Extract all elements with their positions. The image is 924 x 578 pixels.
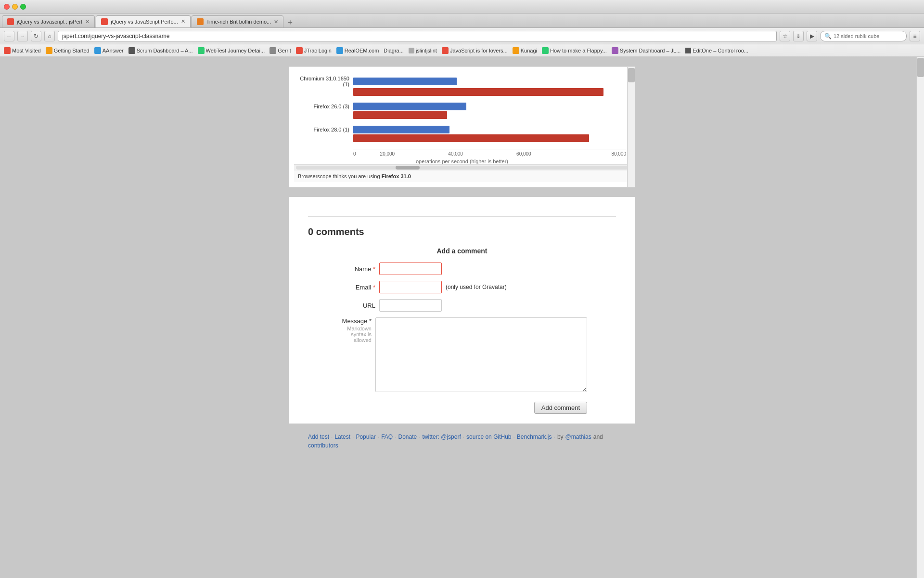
bookmark-icon-11 bbox=[513, 47, 519, 54]
nav-bar: ← → ↻ ⌂ jsperf.com/jquery-vs-javascript-… bbox=[0, 28, 924, 44]
footer-author-link[interactable]: @mathias bbox=[565, 434, 591, 440]
bookmark-icon-8 bbox=[336, 47, 343, 54]
home-button[interactable]: ⌂ bbox=[44, 31, 55, 41]
search-text: 12 sided rubik cube bbox=[834, 33, 879, 39]
email-required-mark: * bbox=[373, 284, 375, 291]
page-scrollbar-thumb[interactable] bbox=[917, 58, 924, 77]
chart-caption: operations per second (higher is better) bbox=[298, 158, 626, 164]
chart-section: Chromium 31.0.1650 (1) Firefox 26.0 (3) bbox=[289, 66, 635, 187]
url-input[interactable] bbox=[379, 299, 442, 312]
maximize-traffic-light[interactable] bbox=[20, 4, 26, 10]
page-scrollbar[interactable] bbox=[916, 57, 924, 578]
bookmark-most-visited[interactable]: Most Visited bbox=[4, 47, 41, 54]
chromium-blue-bar bbox=[353, 78, 457, 85]
bookmark-diagra[interactable]: Diagra... bbox=[384, 48, 404, 53]
browserscope-browser: Firefox 31.0 bbox=[382, 173, 411, 179]
browser-titlebar bbox=[0, 0, 924, 13]
traffic-lights bbox=[4, 4, 26, 10]
x-axis: 0 20,000 40,000 60,000 80,000 bbox=[353, 149, 626, 157]
name-label: Name * bbox=[337, 265, 375, 273]
tab-2-label: jQuery vs JavaScript Perfo... bbox=[111, 19, 178, 25]
email-input[interactable] bbox=[379, 281, 442, 293]
footer-github-link[interactable]: source on GitHub bbox=[466, 434, 511, 440]
profile-button[interactable]: ▶ bbox=[807, 31, 817, 41]
bookmark-editone[interactable]: EditOne – Control roo... bbox=[685, 48, 748, 53]
page-content: Chromium 31.0.1650 (1) Firefox 26.0 (3) bbox=[289, 66, 635, 568]
bookmark-jslint[interactable]: jslintjslint bbox=[409, 48, 437, 53]
footer-benchmark-link[interactable]: Benchmark.js bbox=[517, 434, 552, 440]
back-button[interactable]: ← bbox=[4, 31, 14, 41]
firefox26-label: Firefox 26.0 (3) bbox=[298, 104, 353, 109]
ff26-red-bar bbox=[353, 111, 447, 119]
chromium-red-bar bbox=[353, 88, 603, 96]
comments-heading: 0 comments bbox=[308, 226, 616, 237]
add-comment-button[interactable]: Add comment bbox=[534, 402, 587, 414]
message-textarea[interactable] bbox=[375, 317, 587, 392]
tab-3-close[interactable]: ✕ bbox=[274, 19, 278, 25]
chart-scrollbar-h[interactable] bbox=[294, 164, 630, 170]
tab-3-icon bbox=[197, 18, 204, 25]
bookmark-realoem[interactable]: RealOEM.com bbox=[336, 47, 379, 54]
tab-2[interactable]: jQuery vs JavaScript Perfo... ✕ bbox=[96, 15, 190, 27]
minimize-traffic-light[interactable] bbox=[12, 4, 18, 10]
tab-2-close[interactable]: ✕ bbox=[181, 18, 185, 25]
bookmark-kunagi[interactable]: Kunagi bbox=[513, 47, 537, 54]
close-traffic-light[interactable] bbox=[4, 4, 10, 10]
ff26-blue-bar bbox=[353, 103, 466, 110]
scrollbar-thumb-v[interactable] bbox=[628, 68, 635, 82]
footer-donate-link[interactable]: Donate bbox=[398, 434, 417, 440]
name-required-mark: * bbox=[373, 265, 375, 273]
bar-row-chromium-blue: Chromium 31.0.1650 (1) bbox=[298, 76, 626, 87]
bookmark-webtest[interactable]: WebTest Journey Detai... bbox=[198, 47, 265, 54]
page-footer: Add test · Latest · Popular · FAQ · Dona… bbox=[289, 423, 635, 463]
scrollbar-thumb-h[interactable] bbox=[396, 166, 420, 170]
footer-add-test-link[interactable]: Add test bbox=[308, 434, 329, 440]
footer-faq-link[interactable]: FAQ bbox=[381, 434, 393, 440]
bookmark-button[interactable]: ☆ bbox=[780, 31, 790, 41]
tab-3[interactable]: Time-rich Brit boffin demo... ✕ bbox=[192, 15, 284, 27]
footer-latest-link[interactable]: Latest bbox=[334, 434, 350, 440]
bookmark-icon-3 bbox=[94, 47, 101, 54]
x-label-40k: 40,000 bbox=[422, 151, 490, 157]
bar-group-firefox26: Firefox 26.0 (3) bbox=[298, 103, 626, 120]
new-tab-button[interactable]: ＋ bbox=[286, 17, 294, 27]
chart-scrollbar-v[interactable] bbox=[627, 67, 635, 187]
search-bar[interactable]: 🔍 12 sided rubik cube bbox=[820, 31, 907, 41]
footer-contributors-link[interactable]: contributors bbox=[308, 442, 338, 449]
browserscope-note: Browserscope thinks you are using Firefo… bbox=[294, 170, 630, 182]
add-comment-section: Add a comment Name * Email * bbox=[308, 247, 616, 414]
add-comment-title: Add a comment bbox=[436, 247, 487, 255]
tab-3-label: Time-rich Brit boffin demo... bbox=[206, 19, 271, 25]
bar-group-chromium: Chromium 31.0.1650 (1) bbox=[298, 76, 626, 97]
bookmark-icon-13 bbox=[612, 47, 618, 54]
email-row: Email * (only used for Gravatar) bbox=[337, 281, 587, 293]
reload-button[interactable]: ↻ bbox=[31, 31, 41, 41]
email-label: Email * bbox=[337, 284, 375, 291]
name-row: Name * bbox=[337, 263, 587, 275]
bookmark-flappy[interactable]: How to make a Flappy... bbox=[542, 47, 607, 54]
bookmark-icon-4 bbox=[128, 47, 135, 54]
bookmark-jtrac[interactable]: JTrac Login bbox=[296, 47, 332, 54]
menu-button[interactable]: ≡ bbox=[910, 31, 920, 41]
x-label-60k: 60,000 bbox=[490, 151, 558, 157]
tab-1-close[interactable]: ✕ bbox=[85, 19, 90, 25]
bookmark-gerrit[interactable]: Gerrit bbox=[270, 47, 291, 54]
footer-links: Add test · Latest · Popular · FAQ · Dona… bbox=[308, 434, 616, 449]
footer-by-text: by bbox=[557, 434, 564, 440]
bookmark-scrum[interactable]: Scrum Dashboard – A... bbox=[128, 47, 193, 54]
tab-1-label: jQuery vs Javascript : jsPerf bbox=[17, 19, 82, 25]
footer-twitter-link[interactable]: twitter: @jsperf bbox=[423, 434, 461, 440]
name-input[interactable] bbox=[379, 263, 442, 275]
bar-row-ff28-blue: Firefox 28.0 (1) bbox=[298, 126, 626, 133]
download-button[interactable]: ⇓ bbox=[793, 31, 804, 41]
bookmark-jslovers[interactable]: JavaScript is for lovers... bbox=[442, 47, 508, 54]
bookmark-system[interactable]: System Dashboard – JL... bbox=[612, 47, 681, 54]
bookmark-aanswer[interactable]: AAnswer bbox=[94, 47, 124, 54]
submit-row: Add comment bbox=[337, 402, 587, 414]
tab-2-icon bbox=[101, 18, 108, 25]
tab-1[interactable]: jQuery vs Javascript : jsPerf ✕ bbox=[2, 15, 95, 27]
url-bar[interactable]: jsperf.com/jquery-vs-javascript-classnam… bbox=[58, 31, 777, 41]
bookmark-getting-started[interactable]: Getting Started bbox=[46, 47, 90, 54]
footer-popular-link[interactable]: Popular bbox=[356, 434, 375, 440]
forward-button[interactable]: → bbox=[17, 31, 28, 41]
